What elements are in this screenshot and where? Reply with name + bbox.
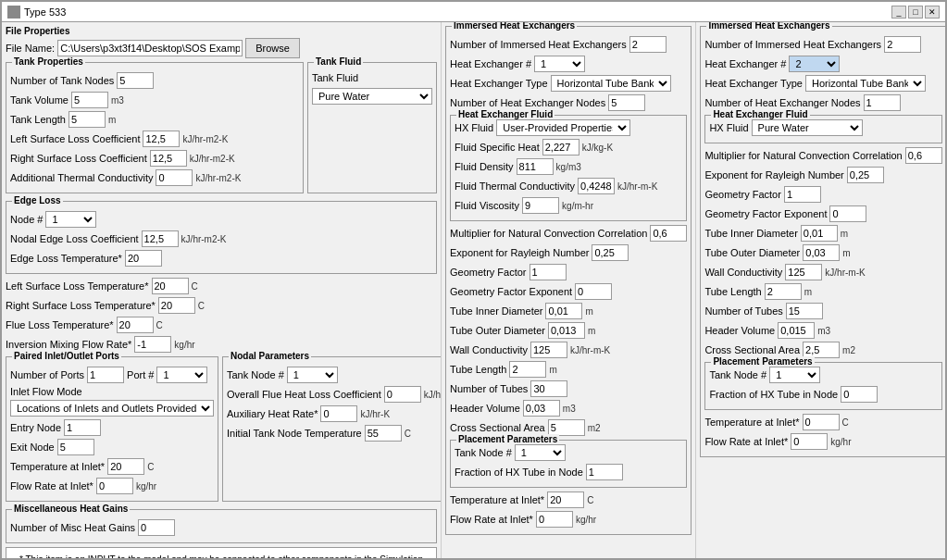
right-hx-type-dropdown[interactable]: Horizontal Tube Bank [805, 75, 926, 92]
left-wall-conductivity-row: Wall Conductivity kJ/hr-m-K [450, 342, 687, 358]
right-tube-length-unit: m [804, 287, 812, 297]
right-mult-natural-row: Multiplier for Natural Convection Correl… [704, 147, 941, 164]
left-fluid-viscosity-input[interactable] [522, 197, 559, 214]
left-cross-sectional-unit: m2 [588, 423, 601, 433]
left-tube-inner-input[interactable] [545, 303, 582, 319]
right-surface-label: Right Surface Loss Coefficient [10, 153, 147, 164]
left-fluid-density-unit: kg/m3 [556, 162, 581, 172]
right-hx-num-dropdown[interactable]: 2 [789, 56, 840, 72]
port-dropdown[interactable]: 1 [156, 367, 207, 383]
aux-heat-input[interactable] [320, 405, 357, 422]
right-surface-input[interactable] [150, 150, 187, 167]
left-geometry-factor-input[interactable] [530, 264, 567, 280]
left-exp-rayleigh-input[interactable] [592, 244, 629, 261]
file-name-input[interactable] [57, 40, 243, 56]
left-tank-node-place-dropdown[interactable]: 1 [515, 444, 566, 461]
tank-length-input[interactable] [69, 111, 106, 128]
left-fraction-hx-input[interactable] [586, 464, 623, 480]
left-geometry-exp-input[interactable] [575, 283, 612, 300]
left-tube-length-input[interactable] [509, 361, 546, 378]
left-tank-node-place-row: Tank Node # 1 [455, 444, 682, 461]
browse-button[interactable]: Browse [245, 38, 300, 58]
left-cross-sectional-label: Cross Sectional Area [450, 422, 545, 433]
right-num-hx-nodes-input[interactable] [864, 94, 901, 111]
right-tube-length-input[interactable] [765, 283, 802, 300]
maximize-button[interactable]: □ [908, 6, 923, 19]
left-fluid-density-input[interactable] [517, 158, 554, 175]
right-geometry-exp-input[interactable] [829, 205, 866, 222]
right-hx-fluid-dropdown[interactable]: Pure Water [752, 119, 863, 136]
left-hx-type-row: Heat Exchanger Type Horizontal Tube Bank [450, 75, 687, 92]
right-tube-inner-input[interactable] [801, 225, 838, 242]
close-button[interactable]: ✕ [925, 6, 940, 19]
right-header-volume-input[interactable] [778, 322, 815, 339]
right-tank-node-place-label: Tank Node # [709, 369, 766, 380]
temp-inlet-input[interactable] [107, 458, 144, 475]
left-surface-temp-input[interactable] [152, 278, 189, 294]
entry-node-label: Entry Node [10, 422, 61, 433]
right-surface-temp-input[interactable] [158, 297, 195, 314]
exit-node-input[interactable] [57, 439, 94, 455]
paired-inlet-section: Paired Inlet/Outlet Ports Number of Port… [6, 356, 218, 502]
left-temp-inlet-input[interactable] [547, 492, 584, 508]
left-wall-conductivity-input[interactable] [530, 342, 567, 358]
right-geometry-factor-input[interactable] [784, 186, 821, 203]
right-wall-conductivity-unit: kJ/hr-m-K [825, 268, 865, 278]
right-surface-temp-label: Right Surface Loss Temperature* [6, 300, 156, 311]
left-hx-fluid-label: Heat Exchanger Fluid [456, 109, 554, 119]
right-tube-outer-row: Tube Outer Diameter m [704, 244, 941, 261]
right-tank-node-place-row: Tank Node # 1 [709, 367, 937, 383]
right-num-tubes-input[interactable] [786, 303, 823, 319]
left-flow-rate-input[interactable] [536, 511, 573, 528]
tank-fluid-dropdown[interactable]: Pure Water [312, 88, 432, 105]
minimize-button[interactable]: _ [891, 6, 906, 19]
inlet-flow-mode-dropdown[interactable]: Locations of Inlets and Outlets Provided [10, 400, 214, 417]
flow-rate-input[interactable] [96, 478, 133, 494]
num-misc-input[interactable] [138, 519, 175, 536]
right-wall-conductivity-input[interactable] [785, 264, 822, 280]
right-surface-row: Right Surface Loss Coefficient kJ/hr-m2-… [10, 150, 299, 167]
entry-node-input[interactable] [64, 419, 101, 436]
left-surface-input[interactable] [143, 131, 180, 147]
edge-node-dropdown[interactable]: 1 [45, 211, 96, 228]
right-hx-section: Immersed Heat Exchangers Number of Immer… [700, 26, 945, 457]
left-hx-num-dropdown[interactable]: 1 [534, 56, 585, 72]
right-hx-fluid-section: Heat Exchanger Fluid HX Fluid Pure Water [704, 115, 941, 143]
left-num-hx-nodes-input[interactable] [608, 94, 645, 111]
left-fluid-thermal-input[interactable] [578, 178, 615, 194]
right-exp-rayleigh-input[interactable] [847, 167, 884, 183]
left-hx-fluid-dropdown[interactable]: User-Provided Properties [496, 119, 630, 136]
left-mult-natural-input[interactable] [650, 225, 687, 242]
left-fluid-specific-heat-input[interactable] [542, 139, 579, 156]
right-num-hx-input[interactable] [884, 36, 921, 53]
flow-rate-unit: kg/hr [136, 481, 156, 492]
num-nodes-input[interactable] [117, 72, 154, 89]
inversion-input[interactable] [134, 336, 171, 353]
right-tank-node-place-dropdown[interactable]: 1 [769, 367, 820, 383]
left-hx-type-dropdown[interactable]: Horizontal Tube Bank [551, 75, 671, 92]
left-num-tubes-input[interactable] [530, 380, 567, 397]
right-header-volume-label: Header Volume [704, 325, 775, 336]
num-nodes-row: Number of Tank Nodes [10, 72, 299, 89]
initial-temp-input[interactable] [365, 425, 402, 442]
num-ports-input[interactable] [87, 367, 124, 383]
right-mult-natural-input[interactable] [905, 147, 942, 164]
tank-volume-input[interactable] [71, 92, 108, 108]
left-tube-outer-input[interactable] [548, 322, 585, 339]
overall-flue-input[interactable] [384, 386, 421, 403]
add-thermal-input[interactable] [156, 169, 193, 186]
overall-flue-unit: kJ/hr-K [424, 390, 442, 400]
right-fraction-hx-input[interactable] [841, 386, 878, 403]
left-panel: File Properties File Name: Browse Tank P… [2, 22, 442, 558]
flue-loss-temp-input[interactable] [117, 317, 154, 333]
nodal-tank-node-dropdown[interactable]: 1 [287, 367, 338, 383]
tank-properties-section: Tank Properties Number of Tank Nodes Tan… [6, 62, 304, 193]
edge-loss-temp-input[interactable] [125, 250, 162, 267]
left-header-volume-input[interactable] [523, 400, 560, 417]
nodal-edge-input[interactable] [142, 230, 179, 247]
right-flow-rate-input[interactable] [791, 433, 828, 450]
title-bar: Type 533 _ □ ✕ [2, 2, 945, 22]
right-temp-inlet-input[interactable] [803, 414, 840, 430]
right-tube-outer-input[interactable] [803, 244, 840, 261]
left-num-hx-input[interactable] [629, 36, 667, 53]
